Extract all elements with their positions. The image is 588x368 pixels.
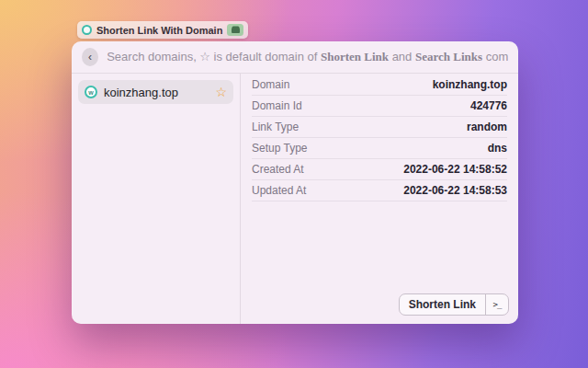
search-input[interactable]: Search domains, ☆ is default domain of S… xyxy=(107,50,508,64)
detail-value: 2022-06-22 14:58:53 xyxy=(403,184,507,197)
detail-label: Setup Type xyxy=(252,142,308,155)
enter-key-icon: >_ xyxy=(486,294,508,315)
detail-row-domain-id: Domain Id 424776 xyxy=(252,96,507,117)
shorten-link-button[interactable]: Shorten Link >_ xyxy=(399,293,509,316)
shorten-link-button-label: Shorten Link xyxy=(400,294,485,315)
default-domain-star-icon: ☆ xyxy=(215,86,227,98)
list-item-koinzhang-top[interactable]: w koinzhang.top ☆ xyxy=(78,80,233,104)
detail-row-setup-type: Setup Type dns xyxy=(252,138,507,159)
detail-row-domain: Domain koinzhang.top xyxy=(252,75,507,96)
detail-value: 2022-06-22 14:58:52 xyxy=(403,163,507,176)
domain-favicon-icon: w xyxy=(85,86,97,98)
domain-list: w koinzhang.top ☆ xyxy=(72,74,241,324)
window-body: w koinzhang.top ☆ Domain koinzhang.top D… xyxy=(72,74,518,324)
detail-value: koinzhang.top xyxy=(433,78,507,91)
detail-value: 424776 xyxy=(470,99,507,112)
detail-label: Domain xyxy=(252,78,289,91)
detail-row-link-type: Link Type random xyxy=(252,117,507,138)
search-placeholder-text-2: and xyxy=(389,50,415,63)
detail-label: Domain Id xyxy=(252,99,302,112)
detail-row-created-at: Created At 2022-06-22 14:58:52 xyxy=(252,159,507,180)
search-placeholder-command-1: Shorten Link xyxy=(321,50,389,63)
back-button[interactable]: ‹ xyxy=(82,48,98,66)
detail-label: Created At xyxy=(252,163,304,176)
command-toast: Shorten Link With Domain xyxy=(77,21,248,39)
detail-row-updated-at: Updated At 2022-06-22 14:58:53 xyxy=(252,180,507,201)
detail-label: Link Type xyxy=(252,121,299,133)
chevron-left-icon: ‹ xyxy=(88,52,92,63)
search-placeholder-text: Search domains, ☆ is default domain of xyxy=(107,50,321,63)
extension-badge-icon xyxy=(227,24,243,36)
detail-label: Updated At xyxy=(252,184,306,197)
search-header: ‹ Search domains, ☆ is default domain of… xyxy=(72,41,518,74)
shortio-favicon-icon xyxy=(82,25,92,35)
raycast-window: ‹ Search domains, ☆ is default domain of… xyxy=(72,41,518,324)
domain-details: Domain koinzhang.top Domain Id 424776 Li… xyxy=(241,74,518,324)
command-toast-label: Shorten Link With Domain xyxy=(96,25,222,36)
search-placeholder-text-3: command... xyxy=(482,50,508,63)
detail-value: dns xyxy=(488,142,507,155)
detail-value: random xyxy=(467,121,507,133)
extension-badge-glyph-icon xyxy=(232,28,240,33)
search-placeholder-command-2: Search Links xyxy=(415,50,482,63)
domain-name: koinzhang.top xyxy=(104,86,178,99)
